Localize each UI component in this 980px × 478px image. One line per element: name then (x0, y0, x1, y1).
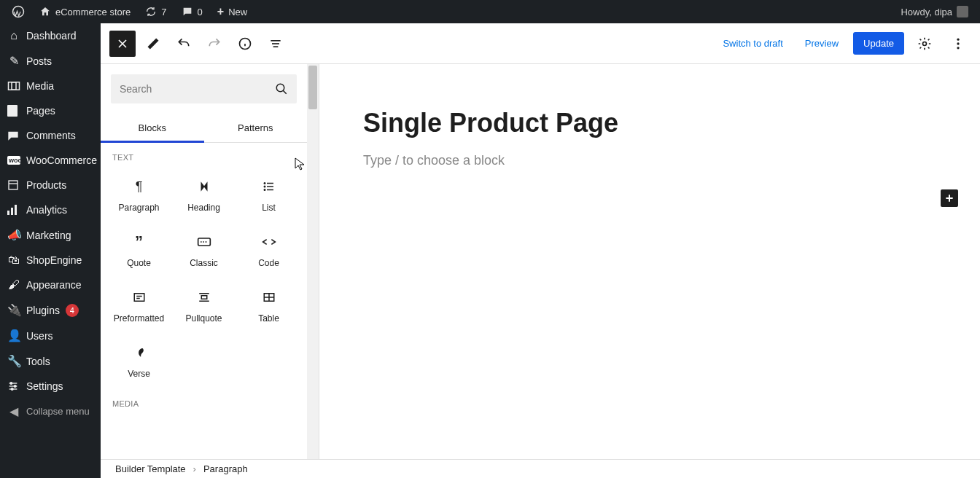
sidebar-item-settings[interactable]: Settings (0, 374, 101, 399)
breadcrumb-item[interactable]: Paragraph (203, 463, 248, 474)
verse-icon (133, 344, 146, 361)
block-table[interactable]: Table (236, 278, 301, 334)
outline-button[interactable] (262, 31, 289, 57)
block-paragraph[interactable]: ¶Paragraph (106, 168, 171, 223)
settings-icon (7, 380, 20, 392)
sidebar-item-tools[interactable]: 🔧Tools (0, 348, 101, 374)
more-icon (951, 36, 965, 51)
edit-mode-button[interactable] (140, 31, 166, 57)
wp-logo[interactable] (6, 0, 31, 23)
products-icon (7, 179, 20, 191)
close-inserter-button[interactable] (109, 31, 136, 57)
sidebar-item-appearance[interactable]: 🖌Appearance (0, 273, 101, 297)
svg-point-31 (264, 189, 265, 191)
svg-rect-6 (11, 208, 13, 215)
sidebar-item-posts[interactable]: ✎Posts (0, 48, 101, 74)
svg-rect-7 (15, 205, 17, 215)
svg-point-20 (923, 42, 927, 45)
avatar (957, 6, 968, 17)
block-code[interactable]: Code (236, 223, 301, 278)
search-input[interactable] (120, 83, 275, 95)
switch-to-draft-button[interactable]: Switch to draft (715, 34, 790, 53)
analytics-icon (7, 205, 20, 215)
preview-button[interactable]: Preview (798, 34, 846, 53)
plus-icon: + (217, 5, 224, 18)
gear-icon (917, 36, 932, 51)
list-view-icon (268, 36, 283, 51)
new-link[interactable]: + New (211, 0, 253, 23)
search-input-wrap[interactable] (111, 74, 297, 103)
quote-icon: ” (135, 233, 143, 251)
block-list[interactable]: List (236, 168, 301, 223)
heading-icon (198, 178, 211, 195)
updates-link[interactable]: 7 (139, 0, 172, 23)
code-icon (262, 233, 276, 251)
block-preformatted[interactable]: Preformatted (106, 278, 171, 334)
shopengine-icon: 🛍 (7, 254, 20, 267)
add-block-button[interactable] (941, 189, 958, 207)
collapse-icon: ◀ (7, 404, 20, 418)
sidebar-item-dashboard[interactable]: ⌂Dashboard (0, 23, 101, 48)
more-button[interactable] (945, 31, 971, 57)
block-verse[interactable]: Verse (106, 334, 171, 389)
sidebar-item-media[interactable]: Media (0, 74, 101, 98)
breadcrumb-item[interactable]: Builder Template (115, 463, 186, 474)
svg-rect-3 (7, 105, 18, 117)
info-icon (238, 36, 252, 51)
comment-icon (182, 6, 193, 17)
block-classic[interactable]: Classic (171, 223, 236, 278)
comments-icon (7, 130, 20, 141)
svg-point-12 (14, 385, 16, 388)
block-pullquote[interactable]: Pullquote (171, 278, 236, 334)
sidebar-item-users[interactable]: 👤Users (0, 323, 101, 348)
sidebar-item-comments[interactable]: Comments (0, 123, 101, 148)
home-icon (39, 6, 51, 17)
site-link[interactable]: eCommerce store (34, 0, 136, 23)
dashboard-icon: ⌂ (7, 29, 20, 42)
chevron-right-icon: › (193, 463, 196, 474)
svg-point-24 (276, 84, 284, 92)
site-name: eCommerce store (55, 7, 131, 17)
sidebar-item-products[interactable]: Products (0, 173, 101, 197)
tab-patterns[interactable]: Patterns (204, 114, 308, 142)
block-inserter: Blocks Patterns TEXT ¶Paragraph Heading … (101, 64, 319, 459)
block-quote[interactable]: ”Quote (106, 223, 171, 278)
refresh-icon (145, 6, 157, 17)
svg-rect-4 (9, 181, 18, 189)
update-button[interactable]: Update (853, 32, 904, 55)
breadcrumb: Builder Template › Paragraph (101, 459, 980, 478)
plus-icon (944, 192, 955, 204)
settings-button[interactable] (911, 31, 938, 57)
undo-button[interactable] (171, 31, 197, 57)
plugins-icon: 🔌 (7, 303, 20, 317)
inserter-scrollbar[interactable] (307, 64, 319, 459)
admin-bar: eCommerce store 7 0 + New Howdy, dipa (0, 0, 980, 23)
svg-point-21 (957, 38, 959, 40)
svg-point-13 (11, 388, 13, 391)
page-title[interactable]: Single Product Page (363, 108, 936, 138)
scrollbar-thumb[interactable] (308, 66, 317, 109)
details-button[interactable] (232, 31, 258, 57)
tab-blocks[interactable]: Blocks (101, 114, 204, 142)
sidebar-item-plugins[interactable]: 🔌Plugins4 (0, 297, 101, 323)
megaphone-icon: 📣 (7, 228, 20, 242)
sidebar-item-collapse[interactable]: ◀Collapse menu (0, 399, 101, 424)
redo-button[interactable] (201, 31, 228, 57)
sidebar-item-marketing[interactable]: 📣Marketing (0, 222, 101, 248)
plugins-badge: 4 (66, 304, 79, 317)
comments-link[interactable]: 0 (176, 0, 209, 23)
block-placeholder[interactable]: Type / to choose a block (363, 153, 936, 168)
svg-rect-5 (7, 211, 9, 215)
editor-canvas[interactable]: Single Product Page Type / to choose a b… (319, 64, 980, 459)
sidebar-item-pages[interactable]: Pages (0, 98, 101, 123)
sidebar-item-woocommerce[interactable]: wooWooCommerce (0, 148, 101, 173)
pullquote-icon (198, 289, 211, 306)
sidebar-item-analytics[interactable]: Analytics (0, 197, 101, 222)
block-heading[interactable]: Heading (171, 168, 236, 223)
editor-toolbar: Switch to draft Preview Update (101, 23, 980, 64)
editor: Switch to draft Preview Update (101, 23, 980, 478)
paragraph-icon: ¶ (136, 178, 143, 195)
sidebar-item-shopengine[interactable]: 🛍ShopEngine (0, 248, 101, 273)
svg-rect-41 (201, 296, 207, 299)
user-menu[interactable]: Howdy, dipa (895, 6, 974, 17)
